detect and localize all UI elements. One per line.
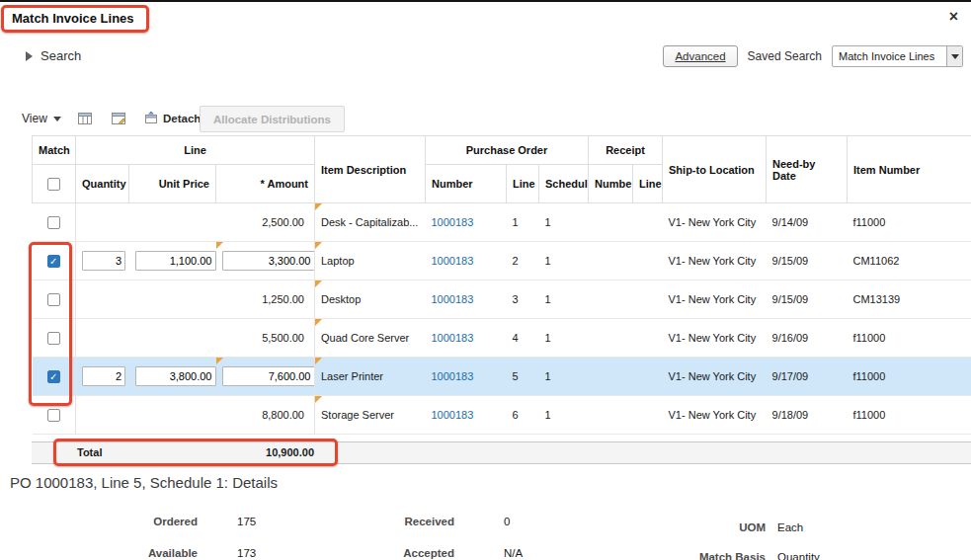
select-all-checkbox[interactable] [47,178,60,191]
advanced-button[interactable]: Advanced [663,45,737,67]
po-number-link[interactable]: 1000183 [432,370,474,382]
match-cell [33,319,76,358]
po-number-link[interactable]: 1000183 [432,409,474,421]
receipt-number-cell [589,242,633,280]
item-number-cell: f11000 [848,203,971,242]
quantity-cell [76,242,129,280]
column-header-po-number[interactable]: Number [426,165,507,203]
po-line-cell: 6 [507,396,539,435]
quantity-cell [76,358,129,396]
expand-arrow-icon [26,51,33,61]
close-icon[interactable]: × [949,9,958,25]
table-row[interactable]: 2,500.00 Desk - Capitalizab... 1000183 1… [33,203,971,242]
po-number-link[interactable]: 1000183 [432,216,474,228]
match-checkbox[interactable] [47,332,60,345]
unit-price-input[interactable] [135,251,216,271]
po-number-link[interactable]: 1000183 [432,332,474,344]
search-section: Search Advanced Saved Search Match Invoi… [0,38,971,77]
column-header-need-by-date[interactable]: Need-by Date [767,136,848,203]
po-line-cell: 3 [507,280,539,319]
po-schedule-cell: 1 [539,280,589,319]
table-row[interactable]: 3,300.00 Laptop 1000183 2 1 V1- New York… [33,242,971,280]
allocate-distributions-button[interactable]: Allocate Distributions [200,106,345,132]
search-actions: Advanced Saved Search Match Invoice Line… [663,45,963,67]
chevron-down-icon [53,117,61,121]
table-row[interactable]: 5,500.00 Quad Core Server 1000183 4 1 V1… [33,319,971,358]
match-checkbox[interactable] [47,370,60,383]
po-number-link[interactable]: 1000183 [432,255,474,267]
detail-field-accepted: Accepted N/A [351,547,523,559]
column-header-receipt-line[interactable]: Line [633,165,663,203]
receipt-line-cell [633,203,663,242]
item-description-cell: Desktop [315,280,426,319]
column-header-quantity[interactable]: Quantity [76,165,129,203]
select-all-header-cell [33,165,76,203]
detail-value: Quantity [777,551,820,560]
match-invoice-lines-dialog: Match Invoice Lines × Search Advanced Sa… [0,0,971,560]
chevron-down-icon [951,54,959,59]
need-by-date-cell: 9/15/09 [767,242,848,280]
search-expander[interactable]: Search [26,48,81,63]
unit-price-cell [129,203,216,242]
details-title: PO 1000183, Line 5, Schedule 1: Details [10,474,278,491]
amount-input[interactable] [222,251,315,271]
wrap-icon[interactable] [111,111,126,130]
need-by-date-cell: 9/16/09 [767,319,848,358]
receipt-line-cell [633,242,663,280]
match-checkbox[interactable] [47,216,60,229]
detail-field-available: Available 173 [94,547,256,559]
column-header-receipt-number[interactable]: Numbe [589,165,633,203]
amount-input[interactable] [222,366,315,386]
amount-value: 1,250.00 [262,293,308,305]
receipt-line-cell [633,358,663,396]
column-header-item-number[interactable]: Item Number [848,136,971,203]
table-row[interactable]: 1,250.00 Desktop 1000183 3 1 V1- New Yor… [33,280,971,319]
po-line-cell: 2 [507,242,539,280]
combo-dropdown-button[interactable] [946,46,962,66]
column-header-po-schedule[interactable]: Schedul [539,165,589,203]
receipt-number-cell [589,280,633,319]
column-group-purchase-order: Purchase Order [426,136,589,165]
po-number-link[interactable]: 1000183 [432,293,474,305]
column-header-item-description[interactable]: Item Description [315,136,426,203]
amount-value: 5,500.00 [262,332,308,344]
item-number-cell: f11000 [848,396,971,435]
table-row[interactable]: 8,800.00 Storage Server 1000183 6 1 V1- … [33,396,971,435]
item-description-cell: Desk - Capitalizab... [315,203,426,242]
detail-value: 175 [237,516,256,527]
column-header-po-line[interactable]: Line [507,165,539,203]
need-by-date-cell: 9/18/09 [767,396,848,435]
need-by-date-cell: 9/14/09 [767,203,848,242]
ship-to-location-cell: V1- New York City [663,358,767,396]
quantity-input[interactable] [82,251,125,271]
column-header-match: Match [33,136,76,165]
match-checkbox[interactable] [47,293,60,306]
dialog-title: Match Invoice Lines [12,11,134,26]
freeze-icon[interactable] [77,111,93,130]
column-header-ship-to-location[interactable]: Ship-to Location [663,136,767,203]
detail-field-match-basis: Match Basis Quantity [662,551,820,560]
po-schedule-cell: 1 [539,319,589,358]
detail-label: Match Basis [662,551,766,560]
match-checkbox[interactable] [47,409,60,422]
column-header-amount[interactable]: * Amount [216,165,315,203]
column-group-line: Line [76,136,315,165]
need-by-date-cell: 9/15/09 [767,280,848,319]
po-schedule-cell: 1 [539,203,589,242]
detach-button[interactable]: Detach [144,111,201,126]
table-row[interactable]: 7,600.00 Laser Printer 1000183 5 1 V1- N… [33,358,971,396]
unit-price-input[interactable] [135,366,216,386]
saved-search-select[interactable]: Match Invoice Lines [832,45,963,67]
column-header-unit-price[interactable]: Unit Price [129,165,216,203]
view-menu[interactable]: View [22,112,61,125]
item-description: Laptop [321,255,355,267]
item-description-cell: Laptop [315,242,426,280]
detail-label: Ordered [94,516,198,527]
match-checkbox[interactable] [47,255,60,268]
unit-price-cell [129,319,216,358]
po-schedule-cell: 1 [539,358,589,396]
po-number-cell: 1000183 [426,203,507,242]
quantity-cell [76,319,129,358]
quantity-input[interactable] [82,366,125,386]
item-description-cell: Storage Server [315,396,426,435]
